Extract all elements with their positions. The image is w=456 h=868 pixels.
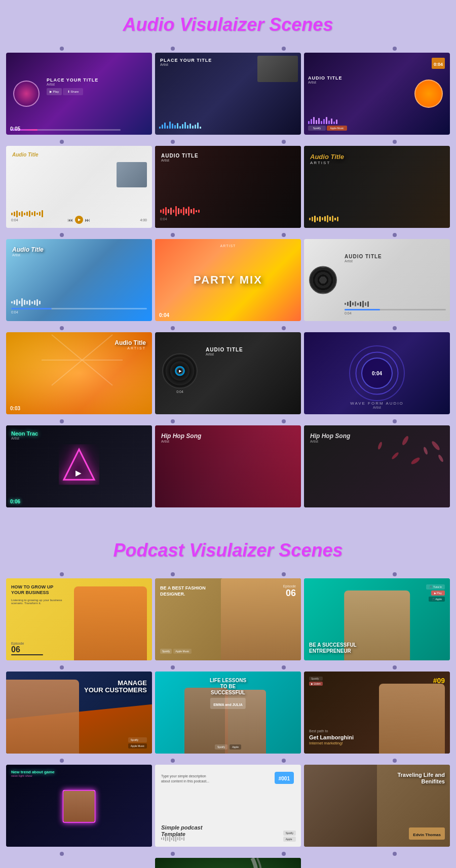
card10-title: Audio Title xyxy=(115,339,146,346)
card7-time: 0:04 xyxy=(11,310,18,314)
play-button-1[interactable]: ▶ Play xyxy=(47,88,62,95)
podcast-row-2: MANAGEYOUR CUSTOMERS Spotify Apple Music… xyxy=(0,672,456,757)
card13-artist: Artist xyxy=(11,437,38,440)
connector-dot xyxy=(393,852,397,856)
podcast-row-1: HOW TO GROW UP YOUR BUSINESS Listening t… xyxy=(0,578,456,663)
progress-7 xyxy=(11,308,147,309)
p5-buttons: Spotify Apple xyxy=(215,744,241,749)
card9-artist: Artist xyxy=(345,259,446,263)
p6-title: Get Lamborghini xyxy=(309,734,370,741)
connector-dot xyxy=(171,852,175,856)
audio-card-3[interactable]: AUDIO TITLE Artist 0:04 xyxy=(304,53,450,135)
svg-text:▶: ▶ xyxy=(75,469,82,477)
card3-artist: Artist xyxy=(308,81,409,84)
connector-dot xyxy=(393,140,397,144)
svg-point-14 xyxy=(437,454,444,463)
audio-card-10[interactable]: Audio Title ARTIST 0:03 xyxy=(6,332,152,414)
p1-episode: 06 xyxy=(11,645,64,654)
p5-title: LIFE LESSONSTO BESUCCESSFUL xyxy=(170,678,286,696)
audio-row-3: Audio Title Artist xyxy=(0,239,456,324)
podcast-connector-1 xyxy=(0,570,456,578)
svg-line-5 xyxy=(52,360,82,385)
audio-card-5[interactable]: AUDIO TITLE Artist xyxy=(155,146,301,228)
audio-card-8[interactable]: ARTIST PARTY MIX 0:04 xyxy=(155,239,301,321)
card12-title: WAVE FORM AUDIO xyxy=(350,401,404,406)
connector-dot xyxy=(393,665,397,669)
p8-episode: #001 xyxy=(279,776,290,781)
person-p4 xyxy=(6,680,79,754)
podcast-card-5[interactable]: LIFE LESSONSTO BESUCCESSFUL EMMA and JUL… xyxy=(155,672,301,754)
p1-desc: Listening to growing up your business sc… xyxy=(11,599,64,605)
p3-listen-buttons: 🎵Tune In ▶ Play 🎵 Apple xyxy=(426,584,445,602)
connector-dot xyxy=(282,572,286,576)
audio-card-2[interactable]: PLACE YOUR TITLE Artist 0:04 xyxy=(155,53,301,135)
audio-card-15[interactable]: Hip Hop Song Artist xyxy=(304,425,450,507)
connector-row-3 xyxy=(0,231,456,239)
podcast-connector-2 xyxy=(0,663,456,672)
person-p1 xyxy=(74,586,147,660)
audio-card-6[interactable]: Audio Title ARTIST xyxy=(304,146,450,228)
avatar-3 xyxy=(414,80,443,108)
audio-card-1[interactable]: PLACE YOUR TITLE Artist ▶ Play ⬇ Share 0… xyxy=(6,53,152,135)
connector-dot xyxy=(393,572,397,576)
card8-title: PARTY MIX xyxy=(194,273,262,287)
card1-title: PLACE YOUR TITLE xyxy=(47,77,148,83)
connector-dot xyxy=(171,47,175,51)
audio-card-11[interactable]: ▶ 0:04 AUDIO TITLE Artist xyxy=(155,332,301,414)
podcast-card-1[interactable]: HOW TO GROW UP YOUR BUSINESS Listening t… xyxy=(6,578,152,660)
audio-card-14[interactable]: Hip Hop Song Artist xyxy=(155,425,301,507)
audio-card-12[interactable]: 0:04 WAVE FORM AUDIO Artist xyxy=(304,332,450,414)
p10-bg xyxy=(155,858,301,868)
card9-time: 0:04 xyxy=(345,311,446,315)
connector-dot xyxy=(393,759,397,763)
connector-dot xyxy=(171,759,175,763)
podcast-card-8[interactable]: #001 Type your simple description about … xyxy=(155,765,301,847)
progress-bar-1 xyxy=(10,129,121,131)
neon-triangle-13: ▶ xyxy=(59,444,99,487)
svg-line-3 xyxy=(52,335,82,360)
podcast-card-7[interactable]: New trend about game neon light show xyxy=(6,765,152,847)
connector-dot xyxy=(60,47,64,51)
card5-title: AUDIO TITLE xyxy=(161,153,199,159)
p9-title: Traveling Life and Benifites xyxy=(379,772,445,785)
audio-card-9[interactable]: AUDIO TITLE Artist xyxy=(304,239,450,321)
card7-artist: Artist xyxy=(12,253,44,257)
card6-artist: ARTIST xyxy=(310,161,344,165)
audio-card-13[interactable]: ▶ Neon Trac Artist 0:06 xyxy=(6,425,152,507)
podcast-card-3[interactable]: 🎵Tune In ▶ Play 🎵 Apple BE A SUCCESSFULE… xyxy=(304,578,450,660)
time-1: 0:05 xyxy=(10,126,20,132)
card13-time: 0:06 xyxy=(10,499,20,504)
share-button-1[interactable]: ⬇ Share xyxy=(63,88,83,95)
podcast-card-6[interactable]: #09 Best path to Get Lamborghini Interne… xyxy=(304,672,450,754)
svg-rect-15 xyxy=(155,858,301,868)
audio-card-7[interactable]: Audio Title Artist xyxy=(6,239,152,321)
podcast-card-2[interactable]: Episode 06 BE A BEST FASHION DESIGNER. S… xyxy=(155,578,301,660)
connector-dot xyxy=(171,140,175,144)
svg-line-0 xyxy=(82,335,112,360)
podcast-card-10[interactable]: Nature Friendy Podcast #24 xyxy=(155,858,301,868)
connector-dot xyxy=(282,140,286,144)
podcast-card-4[interactable]: MANAGEYOUR CUSTOMERS Spotify Apple Music xyxy=(6,672,152,754)
card4-controls: 0:04 ⏮ ▶ ⏭ 4:00 xyxy=(11,216,147,224)
podcast-connector-4 xyxy=(0,850,456,858)
connector-dot xyxy=(171,419,175,423)
audio-card-4[interactable]: Audio Title xyxy=(6,146,152,228)
waveform-3 xyxy=(308,117,446,124)
connector-row-1 xyxy=(0,45,456,53)
p6-subtitle: Internet marketing! xyxy=(309,741,370,745)
card3-title: AUDIO TITLE xyxy=(308,75,409,81)
connector-dot xyxy=(60,572,64,576)
card12-time: 0:04 xyxy=(372,371,382,376)
connector-dot xyxy=(60,140,64,144)
p8-platform-buttons: Spotify Apple xyxy=(283,831,296,842)
podcast-card-9[interactable]: Traveling Life and Benifites Edvin Thoma… xyxy=(304,765,450,847)
svg-point-10 xyxy=(391,452,400,460)
p1-title: HOW TO GROW UP YOUR BUSINESS xyxy=(11,584,64,596)
neon-frame-7 xyxy=(63,790,96,823)
card8-time: 0:04 xyxy=(159,312,169,318)
road-svg xyxy=(155,858,301,868)
avatar-1 xyxy=(13,81,40,107)
card11-artist: Artist xyxy=(206,352,297,356)
progress-9 xyxy=(345,309,446,310)
connector-dot xyxy=(393,326,397,330)
